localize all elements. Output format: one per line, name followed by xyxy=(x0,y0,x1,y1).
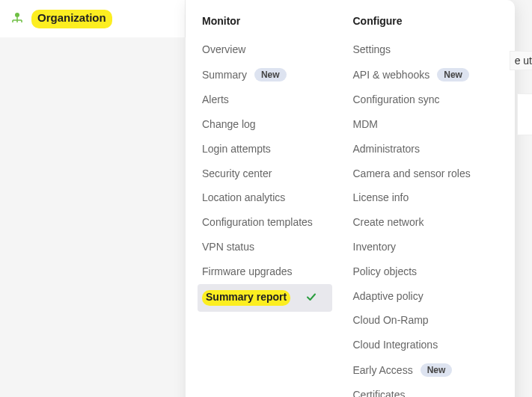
menu-item-policy-objects[interactable]: Policy objects xyxy=(353,259,504,284)
menu-item-label: API & webhooks xyxy=(353,69,430,81)
menu-item-configuration-sync[interactable]: Configuration sync xyxy=(353,87,504,112)
menu-item-change-log[interactable]: Change log xyxy=(202,112,353,137)
menu-item-label: Policy objects xyxy=(353,265,418,278)
menu-item-label: Firmware upgrades xyxy=(202,265,293,278)
organization-label: Organization xyxy=(31,10,112,28)
menu-item-cloud-on-ramp[interactable]: Cloud On-Ramp xyxy=(353,308,504,333)
menu-item-label: Settings xyxy=(353,43,391,56)
menu-item-label: Overview xyxy=(202,43,245,56)
menu-item-adaptive-policy[interactable]: Adaptive policy xyxy=(353,284,504,309)
menu-item-label: Create network xyxy=(353,216,424,229)
new-badge: New xyxy=(254,68,287,81)
menu-item-early-access[interactable]: Early AccessNew xyxy=(353,357,504,383)
menu-item-label: Inventory xyxy=(353,241,397,253)
menu-item-label: Configuration sync xyxy=(353,93,440,106)
menu-item-label: Certificates xyxy=(353,389,406,397)
menu-item-security-center[interactable]: Security center xyxy=(202,161,353,186)
menu-item-overview[interactable]: Overview xyxy=(202,37,353,62)
menu-item-label: Summary xyxy=(202,69,247,81)
menu-item-inventory[interactable]: Inventory xyxy=(353,235,504,259)
menu-item-label: Camera and sensor roles xyxy=(353,167,471,180)
sidebar-top[interactable]: Organization xyxy=(0,0,186,37)
menu-item-license-info[interactable]: License info xyxy=(353,185,504,210)
svg-point-0 xyxy=(15,13,19,17)
menu-item-summary[interactable]: SummaryNew xyxy=(202,62,353,87)
menu-item-label: Configuration templates xyxy=(202,216,313,229)
menu-item-location-analytics[interactable]: Location analytics xyxy=(202,185,353,210)
menu-item-administrators[interactable]: Administrators xyxy=(353,137,504,161)
menu-item-label: Cloud Integrations xyxy=(353,339,438,351)
organization-icon xyxy=(9,10,25,27)
menu-item-label: Security center xyxy=(202,167,272,180)
menu-item-summary-report[interactable]: Summary report xyxy=(198,284,332,313)
new-badge: New xyxy=(437,68,469,81)
monitor-column: Monitor Overview SummaryNew Alerts Chang… xyxy=(202,15,353,397)
menu-item-label: Adaptive policy xyxy=(353,290,424,303)
menu-item-label: Administrators xyxy=(353,143,420,156)
menu-item-label: Location analytics xyxy=(202,191,285,204)
menu-item-label: Summary report xyxy=(206,291,287,303)
menu-item-label: Change log xyxy=(202,118,256,131)
menu-item-login-attempts[interactable]: Login attempts xyxy=(202,137,353,161)
menu-item-vpn-status[interactable]: VPN status xyxy=(202,235,353,259)
menu-item-label: Login attempts xyxy=(202,143,271,156)
menu-item-mdm[interactable]: MDM xyxy=(353,112,504,137)
monitor-header: Monitor xyxy=(202,15,353,27)
new-badge: New xyxy=(421,363,453,377)
menu-item-label: MDM xyxy=(353,118,378,131)
partial-background-block xyxy=(517,93,532,135)
menu-item-create-network[interactable]: Create network xyxy=(353,210,504,235)
configure-header: Configure xyxy=(353,15,504,27)
menu-item-label: Early Access xyxy=(353,364,413,377)
menu-item-settings[interactable]: Settings xyxy=(353,37,504,62)
menu-item-certificates[interactable]: Certificates xyxy=(353,383,504,397)
highlight-annotation: Summary report xyxy=(202,290,290,307)
menu-item-camera-sensor-roles[interactable]: Camera and sensor roles xyxy=(353,161,504,186)
menu-item-label: Alerts xyxy=(202,93,229,106)
menu-item-label: VPN status xyxy=(202,241,254,253)
partial-background-text: e ut xyxy=(510,51,532,70)
menu-item-label: Cloud On-Ramp xyxy=(353,314,429,327)
configure-column: Configure Settings API & webhooksNew Con… xyxy=(353,15,504,397)
menu-item-firmware-upgrades[interactable]: Firmware upgrades xyxy=(202,259,353,284)
check-icon xyxy=(305,291,317,306)
menu-item-alerts[interactable]: Alerts xyxy=(202,87,353,112)
organization-flyout: Monitor Overview SummaryNew Alerts Chang… xyxy=(186,0,515,397)
menu-item-configuration-templates[interactable]: Configuration templates xyxy=(202,210,353,235)
menu-item-cloud-integrations[interactable]: Cloud Integrations xyxy=(353,333,504,357)
menu-item-api-webhooks[interactable]: API & webhooksNew xyxy=(353,62,504,87)
menu-item-label: License info xyxy=(353,191,409,204)
